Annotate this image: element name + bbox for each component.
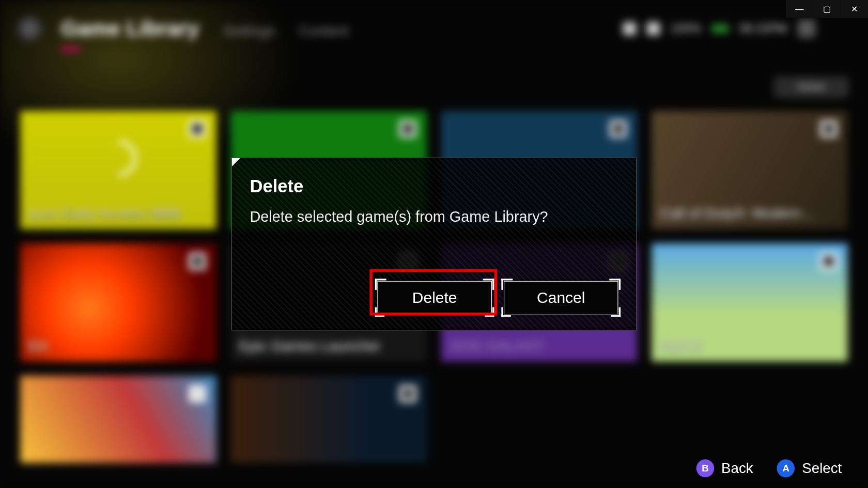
b-button-icon: B [696,460,715,478]
wifi-icon [623,22,636,35]
tab-content[interactable]: Content [299,23,349,39]
tile-checkbox[interactable] [189,253,206,269]
delete-confirm-dialog: Delete Delete selected game(s) from Game… [231,158,637,331]
avatar [798,20,816,38]
tile-caption: Call of Duty®: Modern… [660,205,815,222]
dialog-message: Delete selected game(s) from Game Librar… [250,208,618,225]
footer-hints: B Back A Select [696,460,842,478]
a-button-icon: A [777,460,795,478]
delete-button[interactable]: Delete [377,281,492,315]
battery-percent: 100% [671,22,701,36]
game-tile-cod[interactable]: Call of Duty®: Modern… [652,111,848,229]
window-minimize-button[interactable]: — [786,0,813,18]
tab-settings[interactable]: Settings [223,23,275,39]
clock: 06:15PM [739,22,787,36]
cancel-button[interactable]: Cancel [504,281,618,315]
tile-checkbox[interactable] [820,120,837,137]
dialog-title: Delete [250,176,618,196]
tab-game-library[interactable]: Game Library [61,16,199,41]
tile-caption: EA [28,338,48,354]
cancel-button-label: Cancel [537,288,585,307]
yuzu-logo-icon [100,140,136,176]
tile-caption: Golf It! [660,338,702,354]
bluetooth-icon [647,22,660,35]
hint-back: B Back [696,460,753,478]
delete-chip-button[interactable]: Delete [774,77,849,98]
tile-checkbox[interactable] [820,253,837,269]
battery-icon [712,24,729,33]
header: Game Library Settings Content 100% 06:15… [17,11,851,47]
game-tile-golf[interactable]: Golf It! [652,243,848,361]
game-tile-jedi[interactable] [231,376,427,463]
game-tile-ea[interactable]: EA [20,243,216,361]
tile-caption: yuzu Early Access 3686 [28,205,180,222]
tile-checkbox[interactable] [189,386,206,402]
game-tile-yuzu[interactable]: yuzu Early Access 3686 [20,111,216,229]
tile-caption: Epic Games Launcher [239,338,381,354]
window-maximize-button[interactable]: ▢ [813,0,841,18]
hint-select: A Select [777,460,842,478]
tile-checkbox[interactable] [399,120,416,137]
hint-back-label: Back [721,460,753,477]
tile-checkbox[interactable] [399,386,416,402]
app-logo-icon [17,16,43,42]
tile-checkbox[interactable] [610,120,626,137]
game-tile-moving-out[interactable] [20,376,216,463]
delete-button-label: Delete [412,288,457,307]
tile-caption: GOG GALAXY [450,338,544,354]
window-controls: — ▢ ✕ [786,0,868,18]
status-bar: 100% 06:15PM [623,20,851,38]
tile-checkbox[interactable] [189,120,206,137]
window-close-button[interactable]: ✕ [841,0,868,18]
hint-select-label: Select [802,460,842,477]
